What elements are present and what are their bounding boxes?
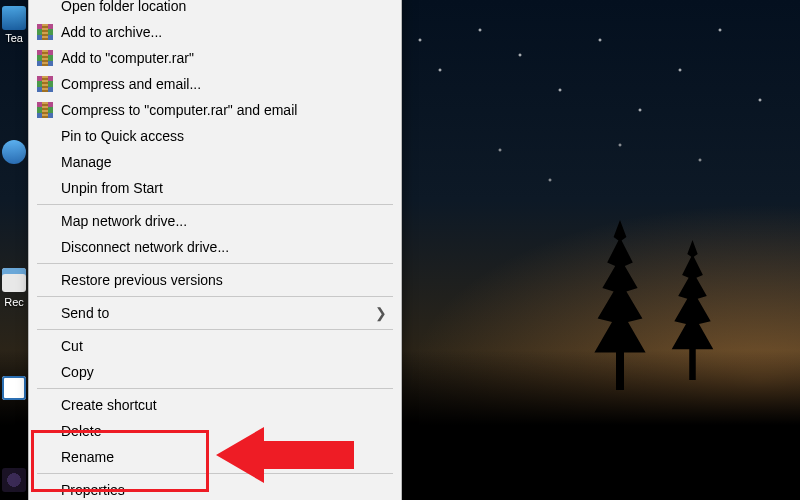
menu-item-label: Cut: [61, 338, 83, 354]
winrar-icon: [37, 50, 53, 66]
menu-separator: [37, 204, 393, 205]
menu-item-label: Unpin from Start: [61, 180, 163, 196]
menu-item-label: Pin to Quick access: [61, 128, 184, 144]
menu-item-label: Map network drive...: [61, 213, 187, 229]
menu-item-label: Restore previous versions: [61, 272, 223, 288]
menu-item-label: Compress to "computer.rar" and email: [61, 102, 297, 118]
menu-item-label: Copy: [61, 364, 94, 380]
menu-separator: [37, 263, 393, 264]
menu-item-add-to-computer-rar[interactable]: Add to "computer.rar": [29, 45, 401, 71]
submenu-arrow-icon: ❯: [375, 305, 387, 321]
context-menu: Open folder location Add to archive... A…: [28, 0, 402, 500]
desktop-icon-label: Tea: [0, 32, 28, 44]
menu-item-send-to[interactable]: Send to ❯: [29, 300, 401, 326]
desktop-icon-eclipse[interactable]: [2, 468, 26, 492]
menu-item-create-shortcut[interactable]: Create shortcut: [29, 392, 401, 418]
menu-item-compress-and-email[interactable]: Compress and email...: [29, 71, 401, 97]
menu-item-copy[interactable]: Copy: [29, 359, 401, 385]
menu-item-label: Disconnect network drive...: [61, 239, 229, 255]
menu-item-properties[interactable]: Properties: [29, 477, 401, 500]
menu-item-add-to-archive[interactable]: Add to archive...: [29, 19, 401, 45]
menu-item-label: Open folder location: [61, 0, 186, 14]
desktop-icon-shortcut[interactable]: [2, 376, 26, 400]
menu-item-restore-previous-versions[interactable]: Restore previous versions: [29, 267, 401, 293]
menu-item-open-folder[interactable]: Open folder location: [29, 0, 401, 19]
menu-item-label: Delete: [61, 423, 101, 439]
menu-item-label: Rename: [61, 449, 114, 465]
menu-item-unpin-from-start[interactable]: Unpin from Start: [29, 175, 401, 201]
menu-separator: [37, 296, 393, 297]
menu-item-manage[interactable]: Manage: [29, 149, 401, 175]
desktop-icon-teamviewer[interactable]: [2, 6, 26, 30]
desktop-icon-recycle-bin[interactable]: [2, 268, 26, 292]
menu-item-delete[interactable]: Delete: [29, 418, 401, 444]
menu-item-label: Manage: [61, 154, 112, 170]
menu-separator: [37, 473, 393, 474]
winrar-icon: [37, 76, 53, 92]
menu-item-label: Send to: [61, 305, 109, 321]
menu-item-map-network-drive[interactable]: Map network drive...: [29, 208, 401, 234]
menu-item-label: Compress and email...: [61, 76, 201, 92]
menu-item-rename[interactable]: Rename: [29, 444, 401, 470]
menu-separator: [37, 329, 393, 330]
menu-separator: [37, 388, 393, 389]
winrar-icon: [37, 24, 53, 40]
menu-item-label: Add to archive...: [61, 24, 162, 40]
menu-item-label: Create shortcut: [61, 397, 157, 413]
desktop-icon-label: Rec: [0, 296, 28, 308]
winrar-icon: [37, 102, 53, 118]
menu-item-cut[interactable]: Cut: [29, 333, 401, 359]
menu-item-compress-rar-and-email[interactable]: Compress to "computer.rar" and email: [29, 97, 401, 123]
menu-item-disconnect-network-drive[interactable]: Disconnect network drive...: [29, 234, 401, 260]
menu-item-label: Properties: [61, 482, 125, 498]
menu-item-pin-quick-access[interactable]: Pin to Quick access: [29, 123, 401, 149]
menu-item-label: Add to "computer.rar": [61, 50, 194, 66]
desktop-icon-app[interactable]: [2, 140, 26, 164]
